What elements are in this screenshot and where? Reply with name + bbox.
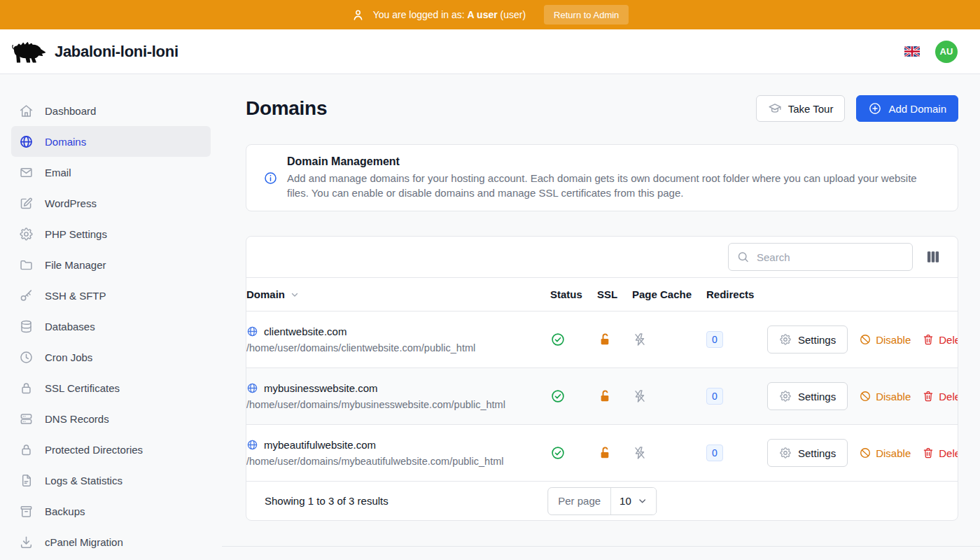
domains-table: Domain Status SSL Page Cache Redirects c… xyxy=(246,277,958,482)
sidebar-item-databases[interactable]: Databases xyxy=(11,311,211,342)
sidebar-item-label: Cron Jobs xyxy=(45,351,92,363)
domains-table-card: Domain Status SSL Page Cache Redirects c… xyxy=(246,236,958,521)
table-row: mybusinesswebsite.com /home/user/domains… xyxy=(246,368,958,425)
main-content: Domains Take Tour Add Domain Domain Mana… xyxy=(222,74,980,560)
sidebar-item-cron-jobs[interactable]: Cron Jobs xyxy=(11,342,211,372)
settings-button[interactable]: Settings xyxy=(767,382,848,410)
sidebar-item-wordpress[interactable]: WordPress xyxy=(11,188,211,218)
sidebar-item-label: Backups xyxy=(45,505,85,517)
settings-button[interactable]: Settings xyxy=(767,326,848,354)
trash-icon xyxy=(922,390,934,402)
ssl-unlocked-icon[interactable] xyxy=(597,445,632,461)
sidebar-item-label: SSH & SFTP xyxy=(45,290,106,302)
sidebar-item-cpanel-migration[interactable]: cPanel Migration xyxy=(11,526,211,557)
redirects-count-badge[interactable]: 0 xyxy=(706,331,723,348)
edit-icon xyxy=(18,196,34,211)
settings-button[interactable]: Settings xyxy=(767,439,848,467)
page-cache-disabled-icon[interactable] xyxy=(632,388,706,404)
page-footer-divider xyxy=(222,546,980,547)
domain-path: /home/user/domains/mybeautifulwebsite.co… xyxy=(246,456,550,467)
page-cache-disabled-icon[interactable] xyxy=(632,445,706,461)
add-domain-button[interactable]: Add Domain xyxy=(856,95,958,122)
graduation-cap-icon xyxy=(768,102,782,115)
column-status: Status xyxy=(550,278,597,312)
server-icon xyxy=(18,412,34,426)
globe-icon xyxy=(246,326,258,337)
sidebar-item-label: Domains xyxy=(45,136,86,148)
gear-icon xyxy=(779,447,792,459)
delete-button[interactable]: Delete xyxy=(922,447,958,459)
column-domain-sort[interactable]: Domain xyxy=(246,288,300,300)
disable-button[interactable]: Disable xyxy=(859,333,911,346)
table-footer: Showing 1 to 3 of 3 results Per page 10 xyxy=(246,482,958,520)
gear-icon xyxy=(18,227,34,241)
key-icon xyxy=(18,288,34,303)
domain-name[interactable]: mybeautifulwebsite.com xyxy=(264,439,376,451)
sidebar-item-dns-records[interactable]: DNS Records xyxy=(11,403,211,434)
per-page-control: Per page 10 xyxy=(547,487,657,515)
info-icon xyxy=(263,171,278,186)
sidebar-item-logs-statistics[interactable]: Logs & Statistics xyxy=(11,465,211,496)
domain-name[interactable]: clientwebsite.com xyxy=(264,326,346,337)
sidebar-item-label: SSL Certificates xyxy=(45,382,120,394)
gear-icon xyxy=(779,390,792,402)
table-row: clientwebsite.com /home/user/domains/cli… xyxy=(246,312,958,368)
per-page-select[interactable]: 10 xyxy=(611,488,656,514)
app-header: Jabaloni-loni-loni AU xyxy=(0,29,980,74)
search-icon xyxy=(736,251,750,264)
status-enabled-icon xyxy=(550,388,597,404)
sidebar-item-email[interactable]: Email xyxy=(11,157,211,188)
sidebar-item-backups[interactable]: Backups xyxy=(11,496,211,526)
chevron-down-icon xyxy=(637,496,648,506)
ssl-unlocked-icon[interactable] xyxy=(597,388,632,404)
user-avatar[interactable]: AU xyxy=(935,41,958,63)
globe-icon xyxy=(246,439,258,451)
sidebar-item-label: File Manager xyxy=(45,259,106,271)
mail-icon xyxy=(18,165,34,180)
sidebar-item-label: PHP Settings xyxy=(45,228,107,240)
sidebar-item-protected-directories[interactable]: Protected Directories xyxy=(11,434,211,465)
redirects-count-badge[interactable]: 0 xyxy=(706,444,723,461)
no-symbol-icon xyxy=(859,390,872,402)
redirects-count-badge[interactable]: 0 xyxy=(706,388,723,405)
delete-button[interactable]: Delete xyxy=(922,390,958,402)
info-card: Domain Management Add and manage domains… xyxy=(246,144,958,211)
globe-icon xyxy=(18,134,34,149)
domain-name[interactable]: mybusinesswebsite.com xyxy=(264,382,378,394)
domain-path: /home/user/domains/mybusinesswebsite.com… xyxy=(246,399,550,410)
gear-icon xyxy=(779,333,792,346)
delete-button[interactable]: Delete xyxy=(922,333,958,346)
page-title: Domains xyxy=(246,97,327,120)
archive-icon xyxy=(18,504,34,519)
sidebar-item-ssh-sftp[interactable]: SSH & SFTP xyxy=(11,280,211,311)
plus-circle-icon xyxy=(868,102,882,115)
sidebar-item-label: DNS Records xyxy=(45,413,109,425)
sidebar-item-php-settings[interactable]: PHP Settings xyxy=(11,218,211,249)
sidebar-item-file-manager[interactable]: File Manager xyxy=(11,249,211,280)
person-icon xyxy=(351,8,365,22)
info-card-body: Add and manage domains for your hosting … xyxy=(287,171,920,200)
columns-toggle-icon[interactable] xyxy=(925,249,941,265)
brand[interactable]: Jabaloni-loni-loni xyxy=(11,38,178,65)
page-cache-disabled-icon[interactable] xyxy=(632,332,706,347)
home-icon xyxy=(18,104,34,118)
uk-flag-icon[interactable] xyxy=(904,46,920,57)
column-redirects: Redirects xyxy=(706,278,760,312)
ssl-unlocked-icon[interactable] xyxy=(597,332,632,347)
sidebar-item-domains[interactable]: Domains xyxy=(11,126,211,157)
column-page-cache: Page Cache xyxy=(632,278,706,312)
table-row: mybeautifulwebsite.com /home/user/domain… xyxy=(246,425,958,482)
return-to-admin-button[interactable]: Return to Admin xyxy=(544,5,629,24)
take-tour-button[interactable]: Take Tour xyxy=(756,95,846,122)
disable-button[interactable]: Disable xyxy=(859,390,911,402)
database-icon xyxy=(18,319,34,334)
disable-button[interactable]: Disable xyxy=(859,447,911,459)
sidebar-item-dashboard[interactable]: Dashboard xyxy=(11,95,211,126)
chevron-down-icon xyxy=(290,290,300,300)
impersonation-banner: You are logged in as: A user (user) Retu… xyxy=(0,0,980,29)
lock-icon xyxy=(18,381,34,396)
sidebar-item-ssl-certificates[interactable]: SSL Certificates xyxy=(11,372,211,403)
results-count: Showing 1 to 3 of 3 results xyxy=(265,495,388,507)
per-page-label: Per page xyxy=(548,488,611,514)
search-input[interactable] xyxy=(728,243,913,271)
